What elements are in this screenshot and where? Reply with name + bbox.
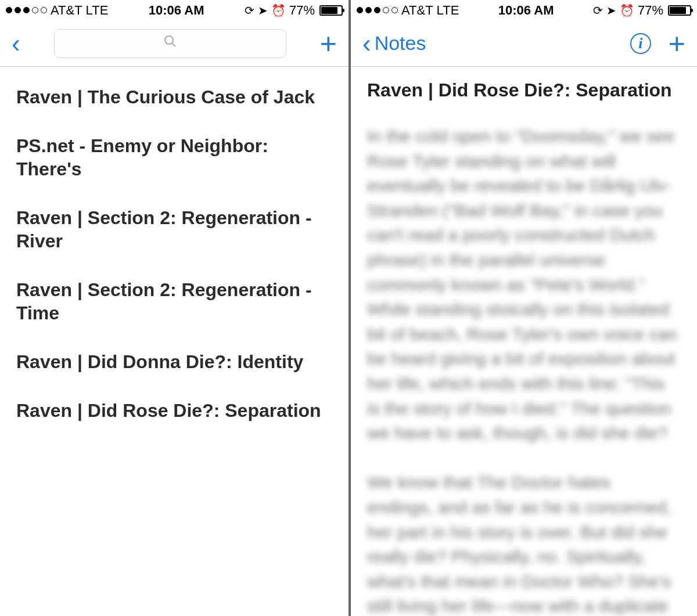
location-icon: ➤ [258, 3, 268, 17]
status-left: AT&T LTE [357, 3, 459, 18]
signal-strength-icon [6, 7, 47, 13]
new-note-button[interactable]: + [320, 29, 337, 58]
network-label: LTE [86, 3, 109, 18]
note-body: In the cold open to "Doomsday," we see R… [367, 124, 681, 616]
info-button[interactable]: i [630, 33, 651, 54]
list-item[interactable]: Raven | Did Rose Die?: Separation [0, 386, 348, 435]
search-input[interactable] [54, 29, 286, 58]
orientation-lock-icon: ⟳ [245, 3, 254, 17]
search-icon [163, 34, 177, 52]
carrier-label: AT&T [51, 3, 82, 18]
battery-icon [668, 5, 691, 16]
list-item[interactable]: Raven | The Curious Case of Jack [0, 73, 348, 121]
carrier-label: AT&T [401, 3, 433, 18]
chevron-left-icon: ‹ [362, 31, 371, 56]
status-left: AT&T LTE [6, 3, 108, 18]
back-button[interactable]: ‹ Notes [362, 31, 426, 56]
back-button[interactable]: ‹ [12, 31, 20, 56]
list-item[interactable]: Raven | Did Donna Die?: Identity [0, 337, 348, 386]
status-right: ⟳ ➤ ⏰ 77% [593, 3, 691, 18]
chevron-left-icon: ‹ [12, 31, 20, 56]
battery-icon [319, 5, 343, 16]
new-note-button[interactable]: + [669, 29, 685, 58]
list-item[interactable]: Raven | Section 2: Regeneration - Time [0, 265, 348, 337]
navbar: ‹ + [0, 20, 348, 67]
battery-percent: 77% [289, 3, 315, 18]
orientation-lock-icon: ⟳ [593, 3, 603, 17]
alarm-icon: ⏰ [271, 3, 286, 17]
navbar: ‹ Notes i + [351, 20, 697, 67]
clock: 10:06 AM [498, 3, 554, 18]
status-bar: AT&T LTE 10:06 AM ⟳ ➤ ⏰ 77% [0, 0, 348, 20]
list-item[interactable]: PS.net - Enemy or Neighbor: There's [0, 121, 348, 193]
note-title: Raven | Did Rose Die?: Separation [367, 80, 681, 101]
status-bar: AT&T LTE 10:06 AM ⟳ ➤ ⏰ 77% [351, 0, 697, 20]
back-label: Notes [375, 32, 426, 55]
note-list: Raven | The Curious Case of Jack PS.net … [0, 67, 348, 441]
svg-point-0 [165, 36, 173, 44]
location-icon: ➤ [606, 3, 616, 17]
list-item[interactable]: Raven | Section 2: Regeneration - River [0, 193, 348, 265]
battery-percent: 77% [638, 3, 663, 18]
svg-line-1 [172, 43, 175, 46]
note-content[interactable]: Raven | Did Rose Die?: Separation In the… [351, 67, 697, 616]
notes-list-screen: AT&T LTE 10:06 AM ⟳ ➤ ⏰ 77% ‹ + Raven | … [0, 0, 348, 616]
signal-strength-icon [357, 7, 398, 13]
alarm-icon: ⏰ [620, 3, 634, 17]
note-detail-screen: AT&T LTE 10:06 AM ⟳ ➤ ⏰ 77% ‹ Notes i + … [348, 0, 697, 616]
clock: 10:06 AM [149, 3, 204, 18]
status-right: ⟳ ➤ ⏰ 77% [245, 3, 343, 18]
network-label: LTE [437, 3, 459, 18]
